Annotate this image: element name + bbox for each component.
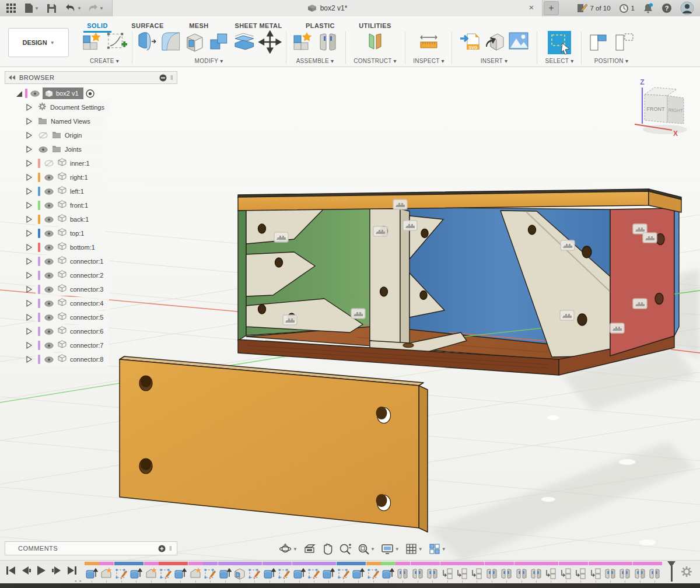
timeline-feature-extrude[interactable]	[292, 562, 307, 583]
extrude-feature-icon[interactable]	[293, 567, 306, 580]
copy-feature-icon[interactable]	[574, 567, 587, 580]
timeline-feature-sketch[interactable]	[188, 562, 204, 583]
move-copy-button[interactable]	[258, 30, 282, 54]
browser-item-row[interactable]: Joints	[5, 142, 177, 156]
browser-item-row[interactable]: inner:1	[5, 156, 177, 170]
play-button[interactable]	[36, 565, 47, 576]
expand-arrow-icon[interactable]	[26, 328, 32, 335]
display-settings-button[interactable]: ▼	[381, 544, 400, 555]
edit-sketch-feature-icon[interactable]	[337, 567, 350, 580]
timeline-feature-shell[interactable]	[233, 562, 248, 583]
grid-settings-button[interactable]: ▼	[405, 543, 423, 555]
visibility-eye-icon[interactable]	[44, 286, 54, 293]
copy-feature-icon[interactable]	[589, 567, 602, 580]
edit-sketch-feature-icon[interactable]	[307, 567, 320, 580]
expand-arrow-icon[interactable]	[26, 230, 32, 237]
timeline-feature-edit-sketch[interactable]	[337, 562, 352, 583]
browser-item-row[interactable]: connector:4	[5, 296, 177, 310]
new-tab-button[interactable]: +	[544, 1, 559, 15]
expand-arrow-icon[interactable]	[26, 342, 32, 349]
browser-item-row[interactable]: left:1	[5, 184, 177, 198]
redo-button[interactable]: ▼	[88, 2, 104, 14]
timeline-feature-copy[interactable]	[455, 562, 470, 583]
group-insert-label[interactable]: INSERT ▾	[456, 58, 532, 64]
timeline-playhead[interactable]	[667, 561, 676, 582]
edit-sketch-feature-icon[interactable]	[159, 567, 172, 580]
group-modify-label[interactable]: MODIFY ▾	[135, 58, 282, 64]
root-component-chip[interactable]: box2 v1	[43, 88, 83, 99]
timeline-feature-joint[interactable]	[425, 562, 440, 583]
edit-sketch-feature-icon[interactable]	[115, 567, 128, 580]
timeline-feature-joint[interactable]	[618, 562, 633, 583]
help-button[interactable]: ?	[662, 3, 672, 13]
expand-arrow-icon[interactable]	[26, 356, 32, 363]
browser-item-row[interactable]: connector:5	[5, 310, 177, 324]
timeline-feature-extrude[interactable]	[173, 562, 188, 583]
joint-feature-icon[interactable]	[618, 567, 631, 580]
visibility-eye-icon[interactable]	[30, 90, 40, 97]
close-tab-button[interactable]: ×	[526, 2, 537, 13]
group-select-label[interactable]: SELECT ▾	[541, 58, 578, 64]
timeline-feature-extrude[interactable]	[381, 562, 396, 583]
timeline-feature-copy[interactable]	[470, 562, 485, 583]
timeline-feature-copy[interactable]	[440, 562, 456, 583]
workspace-selector[interactable]: DESIGN ▼	[8, 28, 69, 57]
panel-grip-icon[interactable]: ‖	[169, 545, 172, 552]
expand-arrow-icon[interactable]	[26, 286, 32, 293]
edit-sketch-feature-icon[interactable]	[367, 567, 380, 580]
timeline-feature-joint[interactable]	[633, 562, 648, 583]
split-body-button[interactable]	[233, 30, 256, 54]
zoom-button[interactable]	[339, 543, 352, 555]
timeline-feature-joint[interactable]	[411, 562, 426, 583]
visibility-eye-icon[interactable]	[44, 328, 54, 335]
timeline-feature-joint[interactable]	[499, 562, 514, 583]
expand-arrow-icon[interactable]	[26, 300, 32, 307]
revert-position-button[interactable]	[612, 30, 636, 54]
job-status-button[interactable]: 1	[619, 4, 635, 13]
copy-feature-icon[interactable]	[441, 567, 454, 580]
extrude-feature-icon[interactable]	[352, 567, 365, 580]
insert-mesh-button[interactable]	[484, 30, 506, 54]
joint-button[interactable]	[317, 30, 339, 54]
browser-item-row[interactable]: connector:2	[5, 268, 177, 282]
browser-item-row[interactable]: top:1	[5, 226, 177, 240]
expand-arrow-icon[interactable]	[26, 132, 32, 139]
visibility-eye-icon[interactable]	[44, 356, 54, 363]
orbit-caret-icon[interactable]: ▼	[293, 547, 298, 552]
user-avatar[interactable]	[680, 1, 694, 15]
fit-view-button[interactable]: ▼	[358, 543, 375, 555]
group-position-label[interactable]: POSITION ▾	[586, 58, 637, 64]
visibility-eye-icon[interactable]	[38, 132, 48, 139]
timeline-feature-extrude[interactable]	[321, 562, 337, 583]
timeline-feature-edit-sketch[interactable]	[247, 562, 262, 583]
joint-feature-icon[interactable]	[396, 567, 409, 580]
panel-grip-icon[interactable]: ‖	[170, 74, 173, 81]
viewports-caret-icon[interactable]: ▼	[442, 547, 446, 552]
timeline-feature-copy[interactable]	[559, 562, 574, 583]
joint-feature-icon[interactable]	[648, 567, 661, 580]
timeline-feature-joint[interactable]	[529, 562, 544, 583]
display-caret-icon[interactable]: ▼	[395, 547, 400, 552]
joint-feature-icon[interactable]	[426, 567, 439, 580]
construct-plane-button[interactable]	[363, 30, 387, 54]
timeline-feature-edit-sketch[interactable]	[366, 562, 382, 583]
visibility-eye-icon[interactable]	[44, 216, 54, 223]
browser-item-row[interactable]: connector:6	[5, 324, 177, 338]
press-pull-button[interactable]	[135, 30, 158, 54]
timeline-feature-edit-sketch[interactable]	[159, 562, 174, 583]
box-assembly-model[interactable]	[238, 189, 681, 375]
insert-svg-button[interactable]: SVG	[459, 30, 481, 54]
browser-item-row[interactable]: connector:1	[5, 254, 177, 268]
timeline-feature-joint[interactable]	[603, 562, 618, 583]
timeline-feature-sketch[interactable]	[144, 562, 159, 583]
visibility-eye-icon[interactable]	[44, 160, 54, 167]
expand-arrow-icon[interactable]	[26, 118, 32, 125]
shell-feature-icon[interactable]	[233, 567, 246, 580]
visibility-eye-icon[interactable]	[44, 188, 54, 195]
visibility-eye-icon[interactable]	[44, 272, 54, 279]
visibility-eye-icon[interactable]	[44, 258, 54, 265]
insert-canvas-button[interactable]	[508, 30, 529, 51]
activate-component-radio[interactable]	[86, 89, 94, 98]
extrude-feature-icon[interactable]	[130, 567, 142, 580]
extrude-feature-icon[interactable]	[382, 567, 394, 580]
